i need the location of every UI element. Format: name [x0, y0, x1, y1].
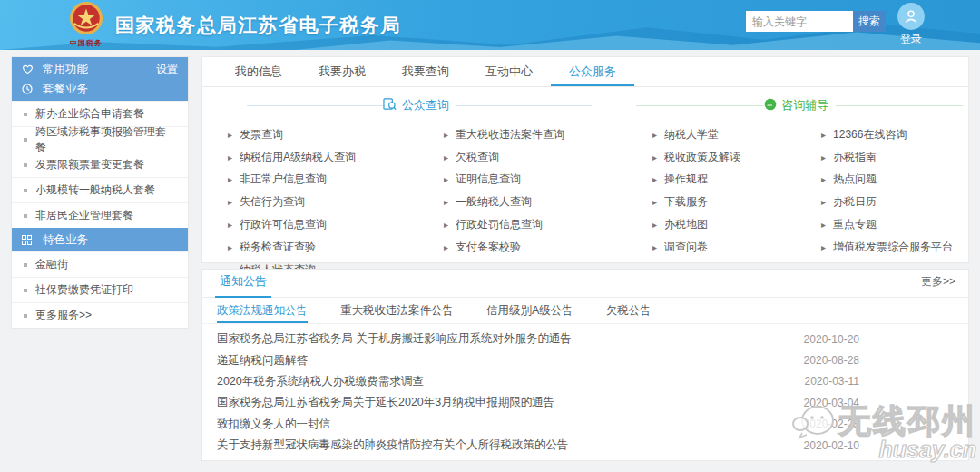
link-dishonesty-query[interactable]: 失信行为查询 — [228, 191, 444, 213]
link-label: 调查问卷 — [664, 240, 708, 255]
notices-header: 通知公告 更多>> — [202, 270, 968, 298]
tab-query[interactable]: 我要查询 — [384, 57, 467, 86]
link-tax-policy[interactable]: 税收政策及解读 — [652, 146, 821, 169]
caret-icon — [821, 130, 826, 140]
sidebar-item-small-to-general[interactable]: 小规模转一般纳税人套餐 — [12, 177, 188, 202]
link-12366-online[interactable]: 12366在线咨询 — [821, 123, 975, 146]
sidebar-item-package-business[interactable]: 套餐业务 — [12, 79, 188, 99]
national-emblem-icon — [69, 23, 103, 38]
caret-icon — [228, 152, 232, 162]
logo-caption: 中国税务 — [65, 39, 107, 47]
sidebar-item-new-enterprise[interactable]: 新办企业综合申请套餐 — [12, 101, 188, 126]
link-admin-license-query[interactable]: 行政许可信息查询 — [228, 213, 444, 236]
login-block[interactable]: 登录 — [894, 3, 928, 47]
tab-interaction-center[interactable]: 互动中心 — [467, 57, 551, 86]
link-certificate-info-query[interactable]: 证明信息查询 — [444, 169, 643, 192]
bullet-icon — [24, 263, 27, 267]
link-label: 重点专题 — [833, 217, 877, 232]
site-title: 国家税务总局江苏省电子税务局 — [115, 13, 401, 38]
search-input[interactable] — [746, 11, 853, 32]
public-query-header: 公众查询 — [202, 96, 636, 114]
sidebar-item-label: 跨区域涉税事项报验管理套餐 — [35, 124, 176, 155]
news-row[interactable]: 国家税务总局江苏省税务局 关于机房搬迁影响应用系统对外服务的通告 2020-10… — [217, 329, 954, 349]
main-tabs: 我的信息 我要办税 我要查询 互动中心 公众服务 — [202, 57, 968, 87]
subtab-tax-arrears[interactable]: 欠税公告 — [606, 298, 652, 323]
user-avatar-icon[interactable] — [897, 3, 925, 30]
sidebar-item-common-functions[interactable]: 常用功能 设置 — [12, 59, 188, 79]
link-key-topics[interactable]: 重点专题 — [821, 213, 975, 236]
sidebar: 常用功能 设置 套餐业务 新办企业综合申请套餐 跨区域涉税事项报验管理套餐 发票… — [11, 56, 189, 329]
news-date: 2020-08-28 — [804, 354, 859, 367]
bullet-icon — [24, 189, 27, 192]
link-label: 非正常户信息查询 — [240, 172, 327, 187]
link-tax-guide[interactable]: 办税指南 — [821, 146, 975, 169]
sidebar-item-label: 新办企业综合申请套餐 — [35, 106, 144, 122]
link-survey[interactable]: 调查问卷 — [652, 236, 821, 259]
sidebar-item-label: 更多服务>> — [35, 308, 92, 323]
subtab-policy-notices[interactable]: 政策法规通知公告 — [217, 298, 308, 323]
tab-public-service[interactable]: 公众服务 — [551, 57, 634, 86]
caret-icon — [652, 152, 657, 162]
sidebar-common-label: 常用功能 — [43, 62, 88, 77]
link-vat-invoice-platform[interactable]: 增值税发票综合服务平台 — [821, 236, 975, 259]
link-label: 支付备案校验 — [456, 240, 521, 255]
link-tax-map[interactable]: 办税地图 — [652, 213, 821, 236]
sidebar-item-cross-region[interactable]: 跨区域涉税事项报验管理套餐 — [12, 126, 188, 152]
link-label: 税务检查证查验 — [240, 240, 316, 255]
sidebar-item-label: 社保费缴费凭证打印 — [35, 282, 133, 298]
bullet-icon — [24, 289, 27, 292]
news-row[interactable]: 关于支持新型冠状病毒感染的肺炎疫情防控有关个人所得税政策的公告 2020-02-… — [217, 435, 954, 456]
link-hot-questions[interactable]: 热点问题 — [821, 169, 975, 192]
link-label: 热点问题 — [833, 172, 877, 187]
sidebar-item-invoice-quota[interactable]: 发票限额票量变更套餐 — [12, 152, 188, 177]
subtab-credit-a[interactable]: 信用级别A级公告 — [486, 298, 573, 323]
consult-title: 咨询辅导 — [782, 97, 829, 113]
link-payment-record-check[interactable]: 支付备案校验 — [444, 236, 643, 259]
link-taxpayer-school[interactable]: 纳税人学堂 — [652, 123, 821, 146]
caret-icon — [444, 220, 448, 230]
settings-link[interactable]: 设置 — [156, 62, 178, 77]
link-major-violation-query[interactable]: 重大税收违法案件查询 — [444, 123, 643, 146]
link-download-service[interactable]: 下载服务 — [652, 191, 821, 213]
bullet-icon — [24, 163, 27, 167]
tab-my-info[interactable]: 我的信息 — [217, 57, 300, 86]
news-row[interactable]: 国家税务总局江苏省税务局关于延长2020年3月纳税申报期限的通告 2020-03… — [217, 392, 954, 413]
caret-icon — [444, 197, 448, 207]
news-title: 国家税务总局江苏省税务局关于延长2020年3月纳税申报期限的通告 — [217, 395, 554, 410]
link-general-taxpayer-query[interactable]: 一般纳税人查询 — [444, 191, 643, 213]
caret-icon — [444, 242, 448, 252]
news-date: 2020-03-04 — [804, 397, 859, 409]
link-operation-rules[interactable]: 操作规程 — [652, 169, 821, 192]
link-inspection-cert-check[interactable]: 税务检查证查验 — [228, 236, 444, 259]
news-row[interactable]: 递延纳税问题解答 2020-08-28 — [217, 349, 954, 370]
link-label: 操作规程 — [664, 172, 708, 187]
news-date: 2020-02-28 — [804, 418, 859, 430]
caret-icon — [228, 220, 232, 230]
notices-title-tab[interactable]: 通知公告 — [215, 273, 271, 298]
tab-do-tax[interactable]: 我要办税 — [300, 57, 384, 86]
sidebar-item-more-services[interactable]: 更多服务>> — [12, 302, 188, 328]
sidebar-item-special-business[interactable]: 特色业务 — [12, 228, 188, 251]
sidebar-item-social-insurance-print[interactable]: 社保费缴费凭证打印 — [12, 277, 188, 302]
link-abnormal-account-query[interactable]: 非正常户信息查询 — [228, 169, 444, 192]
news-row[interactable]: 2020年税务系统纳税人办税缴费需求调查 2020-03-11 — [217, 371, 954, 392]
link-label: 失信行为查询 — [240, 194, 305, 210]
grid-icon — [22, 235, 34, 245]
caret-icon — [652, 220, 657, 230]
search-button[interactable]: 搜索 — [853, 11, 886, 32]
link-admin-penalty-query[interactable]: 行政处罚信息查询 — [444, 213, 643, 236]
link-invoice-query[interactable]: 发票查询 — [228, 123, 444, 146]
news-row[interactable]: 致扣缴义务人的一封信 2020-02-28 — [217, 414, 954, 435]
more-link[interactable]: 更多>> — [921, 274, 956, 297]
bullet-icon — [24, 113, 27, 116]
link-tax-calendar[interactable]: 办税日历 — [821, 191, 975, 213]
sidebar-item-financial-street[interactable]: 金融街 — [12, 251, 188, 277]
sidebar-item-non-resident[interactable]: 非居民企业管理套餐 — [12, 202, 188, 228]
caret-icon — [652, 197, 657, 207]
link-label: 重大税收违法案件查询 — [456, 127, 564, 143]
login-label[interactable]: 登录 — [894, 32, 928, 47]
subtab-major-violation[interactable]: 重大税收违法案件公告 — [340, 298, 454, 323]
link-label: 一般纳税人查询 — [456, 194, 532, 210]
link-tax-arrears-query[interactable]: 欠税查询 — [444, 146, 643, 169]
link-credit-a-query[interactable]: 纳税信用A级纳税人查询 — [228, 146, 444, 169]
